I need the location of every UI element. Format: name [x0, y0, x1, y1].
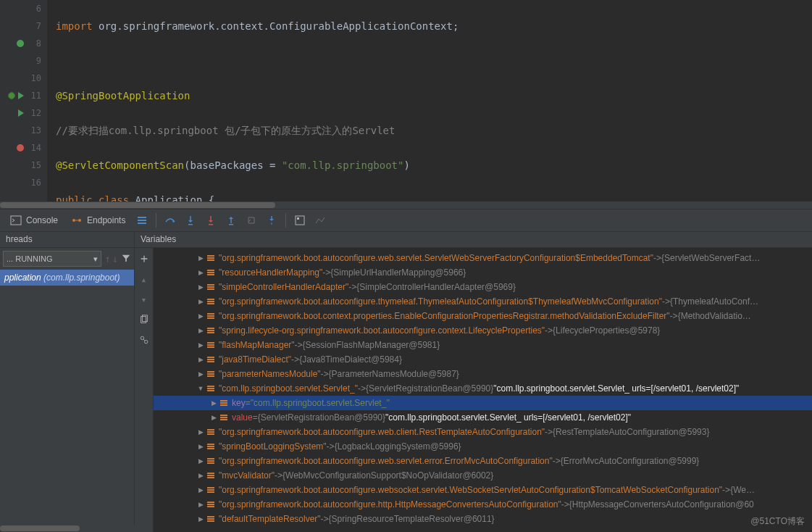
thread-selector[interactable]: ... RUNNING ▾: [3, 251, 101, 267]
line-number: 14: [27, 139, 41, 157]
tree-expander-icon[interactable]: ▶: [196, 327, 206, 334]
arrow: ->: [275, 470, 282, 481]
arrow: ->: [358, 383, 366, 394]
variable-row[interactable]: ▶"mvcValidator" -> {WebMvcConfigurationS…: [154, 468, 812, 483]
variable-row[interactable]: ▶"simpleControllerHandlerAdapter" -> {Si…: [154, 280, 812, 294]
field-icon: [219, 399, 229, 407]
variable-row[interactable]: ▶"org.springframework.boot.context.prope…: [154, 309, 812, 323]
filter-icon[interactable]: [121, 253, 131, 265]
var-value: {SimpleControllerHandlerAdapter@5969}: [356, 282, 516, 292]
breakpoint-icon[interactable]: [17, 144, 24, 151]
trace-icon[interactable]: [311, 211, 330, 230]
tree-expander-icon[interactable]: ▶: [196, 515, 206, 523]
semicolon: ;: [453, 20, 459, 32]
frame-up-icon[interactable]: ↑: [104, 253, 110, 265]
copy-icon[interactable]: [136, 312, 152, 328]
stack-frame[interactable]: pplication (com.llp.springboot): [0, 270, 134, 286]
code-editor[interactable]: 6 7 8 9 10 11 12 13 14 15 16 import org.…: [0, 0, 812, 201]
step-over-icon[interactable]: [161, 211, 180, 230]
force-step-into-icon[interactable]: [201, 211, 220, 230]
kw-import: import: [56, 20, 99, 32]
evaluate-icon[interactable]: [290, 211, 309, 230]
tab-endpoints[interactable]: Endpoints: [65, 212, 131, 229]
variable-row[interactable]: ▶"resourceHandlerMapping" -> {SimpleUrlH…: [154, 265, 812, 280]
tree-expander-icon[interactable]: ▶: [196, 341, 206, 349]
field-icon: [206, 428, 216, 436]
tree-expander-icon[interactable]: ▶: [196, 472, 206, 479]
paren: ): [403, 159, 409, 171]
field-icon: [206, 457, 216, 465]
variable-row[interactable]: ▶value = {ServletRegistrationBean@5990} …: [154, 410, 812, 425]
link-icon[interactable]: [136, 332, 152, 348]
tree-expander-icon[interactable]: ▶: [196, 254, 206, 262]
arrow: ->: [545, 427, 553, 437]
expand-down-icon[interactable]: ▾: [136, 291, 152, 307]
variable-row[interactable]: ▶"org.springframework.boot.autoconfigure…: [154, 483, 812, 497]
var-value: {ThymeleafAutoConf…: [670, 296, 758, 307]
variable-row[interactable]: ▶"defaultTemplateResolver" -> {SpringRes…: [154, 512, 812, 526]
scrollbar-thumb[interactable]: [0, 525, 80, 531]
tree-expander-icon[interactable]: ▶: [209, 414, 219, 421]
variable-row[interactable]: ▶"parameterNamesModule" -> {ParameterNam…: [154, 367, 812, 381]
run-icon[interactable]: [18, 92, 24, 99]
variable-row[interactable]: ▶"org.springframework.boot.autoconfigure…: [154, 454, 812, 468]
tree-expander-icon[interactable]: ▶: [196, 370, 206, 378]
tree-expander-icon[interactable]: ▶: [196, 269, 206, 276]
tree-expander-icon[interactable]: ▶: [196, 428, 206, 436]
tree-expander-icon[interactable]: ▶: [196, 298, 206, 305]
line-number: 15: [27, 157, 41, 174]
var-key: "springBootLoggingSystem": [219, 441, 327, 452]
step-out-icon[interactable]: [222, 211, 240, 230]
var-key: "flashMapManager": [219, 340, 295, 350]
field-icon: [206, 297, 216, 306]
arrow: ->: [322, 267, 330, 278]
variable-row[interactable]: ▶"org.springframework.boot.autoconfigure…: [154, 425, 812, 439]
code-area[interactable]: import org.springframework.context.Confi…: [47, 0, 812, 201]
variables-panel-title: Variables: [135, 232, 812, 247]
var-value: {SpringResourceTemplateResolver@6011}: [329, 514, 495, 524]
var-key: "com.llp.springboot.servlet.Servlet_": [219, 383, 358, 394]
var-key: "spring.lifecycle-org.springframework.bo…: [219, 325, 545, 336]
var-value: {ServletRegistrationBean@5990}: [366, 383, 493, 394]
variable-row[interactable]: ▶"flashMapManager" -> {SessionFlashMapMa…: [154, 338, 812, 352]
threads-panel-title: hreads: [0, 232, 135, 247]
variable-row[interactable]: ▶"org.springframework.boot.autoconfigure…: [154, 497, 812, 512]
variable-row[interactable]: ▶"java8TimeDialect" -> {Java8TimeDialect…: [154, 352, 812, 367]
variable-row[interactable]: ▶"org.springframework.boot.autoconfigure…: [154, 251, 812, 265]
tree-expander-icon[interactable]: ▶: [196, 356, 206, 363]
tree-expander-icon[interactable]: ▶: [209, 399, 219, 407]
tree-expander-icon[interactable]: ▶: [196, 486, 206, 494]
tab-console[interactable]: Console: [4, 212, 64, 229]
collapse-up-icon[interactable]: ▴: [136, 271, 152, 287]
variables-tree[interactable]: ▶"org.springframework.boot.autoconfigure…: [154, 248, 812, 532]
scrollbar-thumb[interactable]: [0, 202, 275, 208]
threads-view-icon[interactable]: [133, 211, 151, 230]
run-icon[interactable]: [18, 109, 24, 117]
svg-rect-0: [11, 216, 21, 225]
tree-expander-icon[interactable]: ▼: [196, 385, 206, 392]
variable-row[interactable]: ▶"springBootLoggingSystem" -> {LogbackLo…: [154, 439, 812, 454]
tree-expander-icon[interactable]: ▶: [196, 312, 206, 320]
arrow: ->: [327, 441, 335, 452]
drop-frame-icon[interactable]: [242, 211, 261, 230]
frame-navigation: ↑ ↓: [104, 253, 118, 265]
variable-row[interactable]: ▶"org.springframework.boot.autoconfigure…: [154, 294, 812, 309]
threads-horizontal-scrollbar[interactable]: [0, 525, 135, 532]
arrow: ->: [545, 325, 553, 336]
tree-expander-icon[interactable]: ▶: [196, 283, 206, 291]
gutter: 6 7 8 9 10 11 12 13 14 15 16: [0, 0, 47, 201]
variable-row[interactable]: ▶key = "com.llp.springboot.servlet.Servl…: [154, 396, 812, 410]
add-watch-icon[interactable]: [136, 251, 152, 267]
tree-expander-icon[interactable]: ▶: [196, 443, 206, 450]
tree-expander-icon[interactable]: ▶: [196, 501, 206, 508]
spring-icon: [17, 40, 24, 47]
variable-row[interactable]: ▼"com.llp.springboot.servlet.Servlet_" -…: [154, 381, 812, 396]
arrow: ->: [295, 340, 303, 350]
editor-horizontal-scrollbar[interactable]: [0, 201, 812, 209]
frame-down-icon[interactable]: ↓: [112, 253, 118, 265]
step-into-icon[interactable]: [181, 211, 200, 230]
line-number: 11: [27, 87, 41, 104]
tree-expander-icon[interactable]: ▶: [196, 457, 206, 465]
run-to-cursor-icon[interactable]: [262, 211, 281, 230]
variable-row[interactable]: ▶"spring.lifecycle-org.springframework.b…: [154, 323, 812, 338]
